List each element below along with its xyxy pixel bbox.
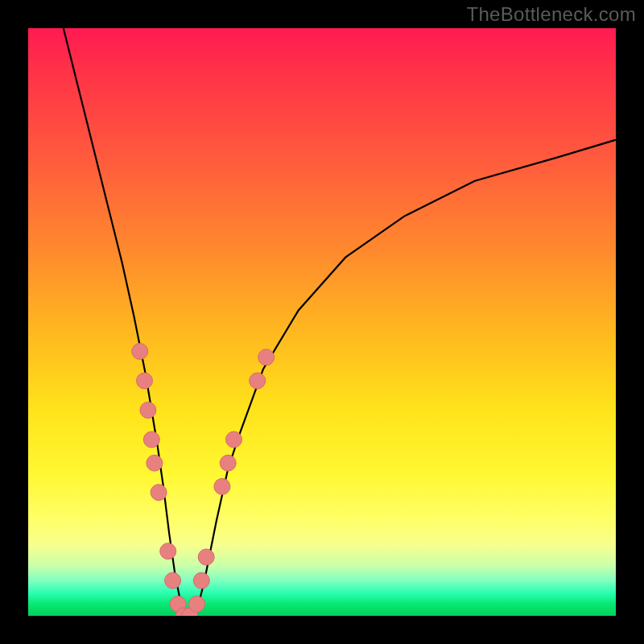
curve-marker: [132, 344, 148, 360]
curve-marker: [140, 402, 156, 419]
curve-markers: [132, 344, 275, 617]
curve-marker: [151, 485, 167, 501]
bottleneck-curve: [64, 28, 616, 616]
curve-marker: [189, 596, 205, 612]
plot-area: [28, 28, 616, 616]
curve-marker: [226, 431, 242, 448]
curve-marker: [220, 455, 236, 471]
curve-marker: [258, 349, 275, 365]
chart-frame: TheBottleneck.com: [0, 0, 644, 644]
curve-marker: [214, 478, 230, 494]
attribution-text: TheBottleneck.com: [466, 3, 636, 26]
curve-marker: [143, 431, 159, 448]
curve-marker: [250, 373, 266, 389]
curve-layer: [28, 28, 616, 616]
curve-marker: [160, 543, 176, 559]
curve-marker: [147, 455, 163, 471]
curve-marker: [137, 373, 153, 389]
curve-marker: [193, 572, 209, 588]
curve-marker: [165, 572, 181, 588]
curve-marker: [198, 549, 214, 565]
